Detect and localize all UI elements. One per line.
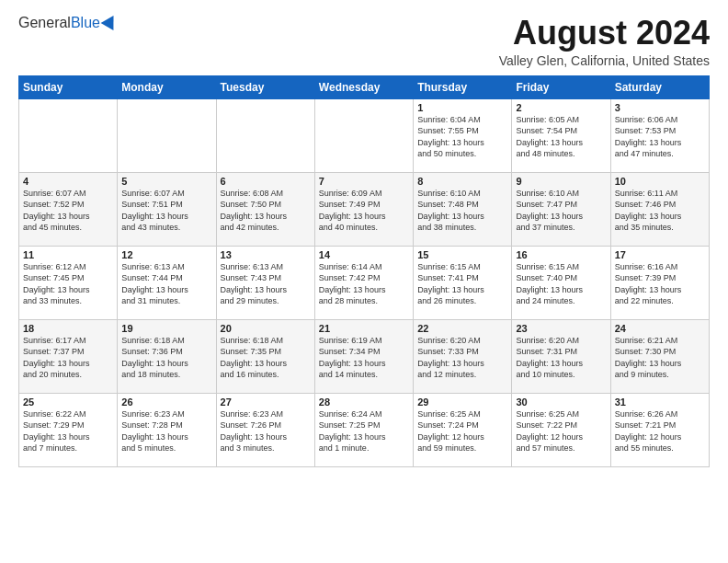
col-header-tuesday: Tuesday — [216, 75, 314, 98]
month-title: August 2024 — [499, 15, 710, 52]
day-number: 26 — [121, 396, 211, 408]
logo-triangle-icon — [101, 12, 120, 30]
day-info: Sunrise: 6:18 AM Sunset: 7:35 PM Dayligh… — [221, 335, 311, 381]
calendar-cell: 7Sunrise: 6:09 AM Sunset: 7:49 PM Daylig… — [314, 172, 413, 246]
day-info: Sunrise: 6:12 AM Sunset: 7:45 PM Dayligh… — [23, 261, 113, 307]
day-number: 15 — [417, 249, 507, 260]
col-header-wednesday: Wednesday — [314, 75, 413, 98]
calendar-week-4: 18Sunrise: 6:17 AM Sunset: 7:37 PM Dayli… — [19, 319, 710, 393]
day-info: Sunrise: 6:15 AM Sunset: 7:40 PM Dayligh… — [516, 261, 606, 307]
day-number: 19 — [121, 323, 211, 334]
day-info: Sunrise: 6:21 AM Sunset: 7:30 PM Dayligh… — [615, 335, 705, 381]
day-number: 10 — [615, 176, 705, 187]
calendar-cell: 13Sunrise: 6:13 AM Sunset: 7:43 PM Dayli… — [216, 246, 314, 319]
logo-general-text: General — [18, 15, 71, 30]
calendar-cell: 12Sunrise: 6:13 AM Sunset: 7:44 PM Dayli… — [118, 246, 216, 319]
day-number: 17 — [615, 249, 705, 260]
calendar-cell: 22Sunrise: 6:20 AM Sunset: 7:33 PM Dayli… — [414, 319, 512, 393]
calendar-cell: 14Sunrise: 6:14 AM Sunset: 7:42 PM Dayli… — [314, 246, 413, 319]
day-number: 13 — [221, 249, 311, 260]
calendar-table: SundayMondayTuesdayWednesdayThursdayFrid… — [18, 75, 710, 467]
col-header-friday: Friday — [512, 75, 610, 98]
calendar-cell — [216, 98, 314, 172]
calendar-week-2: 4Sunrise: 6:07 AM Sunset: 7:52 PM Daylig… — [19, 172, 710, 246]
day-info: Sunrise: 6:25 AM Sunset: 7:22 PM Dayligh… — [516, 408, 606, 454]
day-info: Sunrise: 6:25 AM Sunset: 7:24 PM Dayligh… — [417, 408, 507, 454]
header: GeneralBlue August 2024 Valley Glen, Cal… — [18, 15, 710, 68]
page: GeneralBlue August 2024 Valley Glen, Cal… — [0, 0, 728, 563]
day-info: Sunrise: 6:08 AM Sunset: 7:50 PM Dayligh… — [221, 188, 311, 234]
day-info: Sunrise: 6:07 AM Sunset: 7:51 PM Dayligh… — [121, 188, 211, 234]
day-info: Sunrise: 6:13 AM Sunset: 7:44 PM Dayligh… — [121, 261, 211, 307]
day-info: Sunrise: 6:11 AM Sunset: 7:46 PM Dayligh… — [615, 188, 705, 234]
day-info: Sunrise: 6:20 AM Sunset: 7:33 PM Dayligh… — [417, 335, 507, 381]
day-info: Sunrise: 6:23 AM Sunset: 7:28 PM Dayligh… — [121, 408, 211, 454]
col-header-sunday: Sunday — [19, 75, 118, 98]
calendar-cell: 5Sunrise: 6:07 AM Sunset: 7:51 PM Daylig… — [118, 172, 216, 246]
calendar-cell: 29Sunrise: 6:25 AM Sunset: 7:24 PM Dayli… — [414, 393, 512, 466]
calendar-week-5: 25Sunrise: 6:22 AM Sunset: 7:29 PM Dayli… — [19, 393, 710, 466]
calendar-cell: 26Sunrise: 6:23 AM Sunset: 7:28 PM Dayli… — [118, 393, 216, 466]
logo-blue-text: Blue — [71, 15, 100, 30]
calendar-cell: 23Sunrise: 6:20 AM Sunset: 7:31 PM Dayli… — [512, 319, 610, 393]
day-number: 7 — [319, 176, 409, 187]
calendar-cell: 25Sunrise: 6:22 AM Sunset: 7:29 PM Dayli… — [19, 393, 118, 466]
day-info: Sunrise: 6:16 AM Sunset: 7:39 PM Dayligh… — [615, 261, 705, 307]
calendar-cell: 27Sunrise: 6:23 AM Sunset: 7:26 PM Dayli… — [216, 393, 314, 466]
calendar-cell: 24Sunrise: 6:21 AM Sunset: 7:30 PM Dayli… — [610, 319, 709, 393]
day-number: 8 — [417, 176, 507, 187]
calendar-cell: 11Sunrise: 6:12 AM Sunset: 7:45 PM Dayli… — [19, 246, 118, 319]
day-info: Sunrise: 6:20 AM Sunset: 7:31 PM Dayligh… — [516, 335, 606, 381]
day-info: Sunrise: 6:26 AM Sunset: 7:21 PM Dayligh… — [615, 408, 705, 454]
calendar-cell: 18Sunrise: 6:17 AM Sunset: 7:37 PM Dayli… — [19, 319, 118, 393]
day-number: 9 — [516, 176, 606, 187]
day-number: 6 — [221, 176, 311, 187]
day-info: Sunrise: 6:15 AM Sunset: 7:41 PM Dayligh… — [417, 261, 507, 307]
day-info: Sunrise: 6:04 AM Sunset: 7:55 PM Dayligh… — [417, 114, 507, 160]
location: Valley Glen, California, United States — [499, 53, 710, 68]
day-info: Sunrise: 6:10 AM Sunset: 7:48 PM Dayligh… — [417, 188, 507, 234]
day-info: Sunrise: 6:19 AM Sunset: 7:34 PM Dayligh… — [319, 335, 409, 381]
day-info: Sunrise: 6:14 AM Sunset: 7:42 PM Dayligh… — [319, 261, 409, 307]
title-area: August 2024 Valley Glen, California, Uni… — [499, 15, 710, 68]
calendar-header-row: SundayMondayTuesdayWednesdayThursdayFrid… — [19, 75, 710, 98]
day-number: 16 — [516, 249, 606, 260]
day-number: 11 — [23, 249, 113, 260]
logo: GeneralBlue — [18, 15, 118, 31]
day-info: Sunrise: 6:06 AM Sunset: 7:53 PM Dayligh… — [615, 114, 705, 160]
day-number: 14 — [319, 249, 409, 260]
day-info: Sunrise: 6:09 AM Sunset: 7:49 PM Dayligh… — [319, 188, 409, 234]
day-number: 21 — [319, 323, 409, 334]
calendar-cell: 19Sunrise: 6:18 AM Sunset: 7:36 PM Dayli… — [118, 319, 216, 393]
day-info: Sunrise: 6:17 AM Sunset: 7:37 PM Dayligh… — [23, 335, 113, 381]
day-number: 24 — [615, 323, 705, 334]
day-info: Sunrise: 6:23 AM Sunset: 7:26 PM Dayligh… — [221, 408, 311, 454]
day-number: 20 — [221, 323, 311, 334]
calendar-cell — [118, 98, 216, 172]
day-info: Sunrise: 6:13 AM Sunset: 7:43 PM Dayligh… — [221, 261, 311, 307]
day-number: 5 — [121, 176, 211, 187]
day-number: 4 — [23, 176, 113, 187]
col-header-saturday: Saturday — [610, 75, 709, 98]
calendar-cell: 10Sunrise: 6:11 AM Sunset: 7:46 PM Dayli… — [610, 172, 709, 246]
day-info: Sunrise: 6:18 AM Sunset: 7:36 PM Dayligh… — [121, 335, 211, 381]
calendar-week-3: 11Sunrise: 6:12 AM Sunset: 7:45 PM Dayli… — [19, 246, 710, 319]
day-number: 28 — [319, 396, 409, 408]
day-number: 25 — [23, 396, 113, 408]
day-number: 23 — [516, 323, 606, 334]
col-header-monday: Monday — [118, 75, 216, 98]
calendar-cell: 6Sunrise: 6:08 AM Sunset: 7:50 PM Daylig… — [216, 172, 314, 246]
day-number: 18 — [23, 323, 113, 334]
day-number: 29 — [417, 396, 507, 408]
calendar-cell: 17Sunrise: 6:16 AM Sunset: 7:39 PM Dayli… — [610, 246, 709, 319]
day-number: 1 — [417, 102, 507, 113]
day-info: Sunrise: 6:05 AM Sunset: 7:54 PM Dayligh… — [516, 114, 606, 160]
calendar-cell — [19, 98, 118, 172]
calendar-cell: 20Sunrise: 6:18 AM Sunset: 7:35 PM Dayli… — [216, 319, 314, 393]
day-info: Sunrise: 6:07 AM Sunset: 7:52 PM Dayligh… — [23, 188, 113, 234]
day-info: Sunrise: 6:24 AM Sunset: 7:25 PM Dayligh… — [319, 408, 409, 454]
day-number: 2 — [516, 102, 606, 113]
calendar-cell — [314, 98, 413, 172]
day-number: 27 — [221, 396, 311, 408]
calendar-cell: 30Sunrise: 6:25 AM Sunset: 7:22 PM Dayli… — [512, 393, 610, 466]
